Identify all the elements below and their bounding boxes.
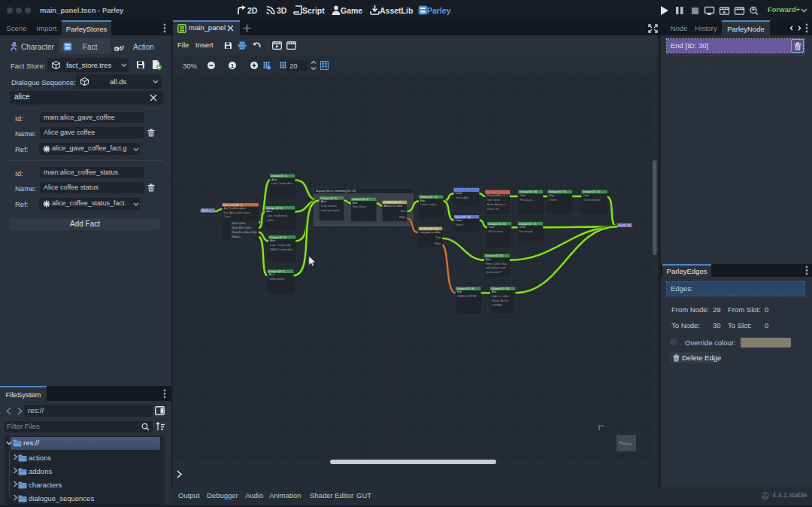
svg-text:Dialogue [ID: 20]: Dialogue [ID: 20]	[583, 190, 600, 193]
svg-text:Dialogue [ID: 7]: Dialogue [ID: 7]	[268, 270, 284, 273]
svg-text:Look, I really really: Look, I really really	[270, 244, 291, 247]
svg-text:Dialogue [ID: 18]: Dialogue [ID: 18]	[520, 190, 537, 193]
svg-text:Alice:: Alice:	[271, 178, 277, 181]
svg-text:False: False	[399, 216, 405, 219]
svg-text:Draw:: Draw:	[520, 226, 526, 229]
svg-text:Cont:: Cont:	[583, 194, 589, 197]
svg-text:refuel post-haste.: refuel post-haste.	[321, 209, 341, 212]
svg-text:Give:: Give:	[549, 194, 555, 197]
svg-text:Dialogue [ID: 4]: Dialogue [ID: 4]	[271, 175, 287, 178]
svg-text:Action: Advance t...: Action: Advance t...	[487, 203, 508, 206]
svg-text:Wants Coffee: Wants Coffee	[232, 222, 246, 225]
svg-text:A group (this or something) [I: A group (this or something) [ID: 23]	[317, 190, 356, 193]
svg-text:Please. Be first.: Please. Be first.	[492, 299, 509, 302]
svg-text:Cases:: Cases:	[224, 215, 232, 218]
svg-text:Condition [ID: 24]: Condition [ID: 24]	[420, 227, 438, 230]
svg-text:Bob:: Bob:	[353, 202, 358, 205]
svg-text:Dialogue [ID: 21]: Dialogue [ID: 21]	[489, 223, 506, 226]
svg-text:Bob:: Bob:	[486, 258, 491, 261]
svg-text:Look, I need coffee.: Look, I need coffee.	[271, 182, 293, 185]
svg-text:Needs Even More Coffee: Needs Even More Coffee	[232, 231, 258, 234]
svg-text:Dialogue [ID: 26]: Dialogue [ID: 26]	[486, 254, 503, 257]
svg-text:me to look at?: me to look at?	[486, 271, 501, 274]
svg-text:End [ID: 30]: End [ID: 30]	[619, 224, 631, 227]
svg-text:Condition [ID: 11]: Condition [ID: 11]	[383, 201, 401, 204]
svg-text:Cheers.: Cheers.	[549, 199, 558, 202]
svg-text:Respond Alice C u: 5...: Respond Alice C u: 5...	[487, 194, 513, 197]
svg-text:Match node [ID: 2]: Match node [ID: 2]	[223, 204, 242, 207]
svg-text:True: True	[401, 210, 406, 213]
svg-text:Dialogue [ID: 28]: Dialogue [ID: 28]	[457, 287, 474, 290]
svg-text:Coffee please.: Coffee please.	[269, 278, 285, 281]
svg-text:Dialogue [ID: 22]: Dialogue [ID: 22]	[519, 223, 536, 226]
svg-text:And has a coffee: And has a coffee	[384, 205, 403, 208]
svg-text:1: 1	[231, 62, 235, 69]
svg-text:Wants More Coffee: Wants More Coffee	[232, 226, 252, 229]
svg-text:You're welcome.: You're welcome.	[583, 199, 601, 202]
svg-text:ever gave a coffee: ever gave a coffee	[420, 231, 441, 234]
svg-text:Dialogue [ID: 9]: Dialogue [ID: 9]	[353, 198, 368, 201]
svg-text:Dialogue [ID: 6]: Dialogue [ID: 6]	[270, 236, 286, 239]
svg-text:what did you want: what did you want	[486, 266, 505, 269]
svg-text:False: False	[435, 242, 441, 245]
svg-text:REALLY need coffee.: REALLY need coffee.	[270, 248, 293, 251]
svg-text:Fair enough.: Fair enough.	[520, 230, 534, 233]
svg-text:Urgh it's: coffee.: Urgh it's: coffee.	[492, 295, 510, 298]
svg-text:Here ya go...: Here ya go...	[520, 199, 534, 202]
svg-text:Dialogue [ID: 5]: Dialogue [ID: 5]	[266, 207, 282, 210]
svg-text:coffee.: coffee.	[267, 219, 274, 222]
svg-text:Alice:: Alice:	[321, 200, 327, 203]
svg-text:An:(?) coffee status: An:(?) coffee status	[224, 207, 246, 210]
svg-text:I NEED COFFEE.: I NEED COFFEE.	[457, 295, 477, 298]
svg-text:Woo. Great.: Woo. Great.	[353, 205, 366, 208]
svg-text:Dialogue [ID: 29]: Dialogue [ID: 29]	[492, 287, 509, 290]
svg-text:Start [...]: Start [...]	[202, 209, 211, 212]
svg-text:Look, I need a: Look, I need a	[321, 205, 337, 208]
svg-text:Dialogue [ID: 19]: Dialogue [ID: 19]	[549, 190, 566, 193]
svg-text:Look, I really need: Look, I really need	[267, 214, 287, 217]
svg-text:Bob:: Bob:	[492, 290, 497, 293]
svg-text:Alice:: Alice:	[270, 239, 276, 242]
svg-text:Return: ok: Return: ok	[487, 208, 499, 211]
svg-text:Dialogue [ID: 13]: Dialogue [ID: 13]	[420, 196, 438, 199]
svg-text:Cont:: Cont:	[520, 194, 526, 197]
svg-text:Option [ID: 16]: Option [ID: 16]	[455, 216, 470, 219]
svg-text:Bob:: Bob:	[420, 199, 426, 202]
svg-text:Cont:: Cont:	[489, 226, 495, 229]
svg-text:I have a coffee: I have a coffee	[420, 203, 437, 206]
svg-text:Type: Script: Type: Script	[487, 199, 500, 202]
svg-text:Give to Alice: Give to Alice	[456, 196, 469, 199]
svg-text:Cond:: Cond:	[456, 219, 462, 222]
svg-text:COFFEE.: COFFEE.	[492, 304, 502, 307]
svg-text:Bob:: Bob:	[457, 290, 462, 293]
svg-text:True: True	[436, 236, 441, 239]
svg-text:Hmm. Coffee. Now,: Hmm. Coffee. Now,	[486, 263, 508, 266]
svg-text:Dialogue [ID: 8]: Dialogue [ID: 8]	[320, 197, 336, 200]
svg-text:Cond:: Cond:	[456, 192, 462, 195]
svg-text:But it's mine...: But it's mine...	[489, 230, 504, 233]
svg-text:Alice:: Alice:	[267, 210, 273, 213]
svg-text:Fallback: Fallback	[232, 235, 241, 238]
svg-text:Keep it: Keep it	[456, 223, 463, 226]
svg-text:Fact: Alice coffee status: Fact: Alice coffee status	[224, 211, 250, 214]
svg-text:Alice:: Alice:	[269, 273, 275, 276]
